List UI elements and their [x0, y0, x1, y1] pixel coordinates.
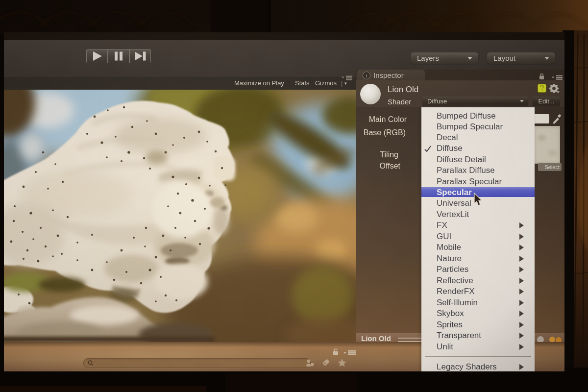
svg-text:i: i — [366, 73, 367, 78]
